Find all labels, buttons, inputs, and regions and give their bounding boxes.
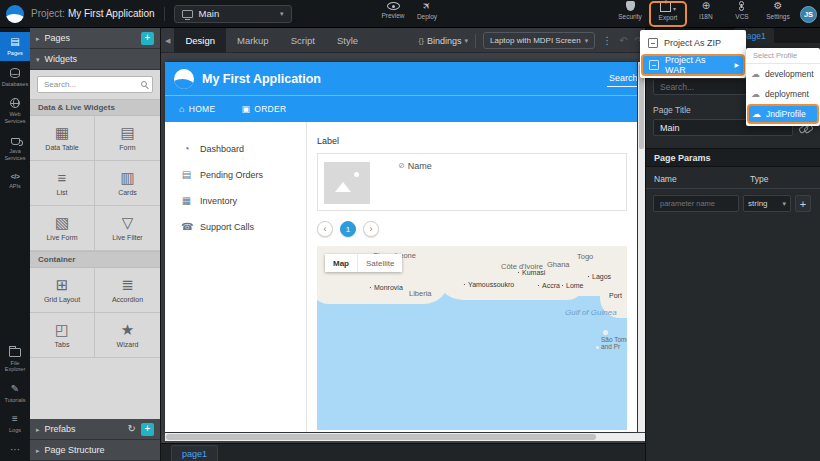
refresh-icon[interactable]: ↻: [128, 424, 136, 434]
device-dropdown[interactable]: Laptop with MDPI Screen ▾: [483, 32, 595, 49]
settings-button[interactable]: ⚙ Settings: [761, 1, 795, 27]
sidenav-dashboard[interactable]: ◔ Dashboard: [165, 136, 306, 162]
page-params-section-header[interactable]: Page Params: [646, 148, 820, 167]
rail-item-web-services[interactable]: Web Services: [0, 93, 30, 128]
chevron-down-icon: ▾: [280, 10, 284, 17]
widget-form[interactable]: ▤ Form: [95, 116, 160, 161]
security-label: Security: [618, 13, 641, 20]
app-logo-icon: [174, 69, 194, 89]
tab-style[interactable]: Style: [326, 28, 369, 53]
widget-cards[interactable]: ▥ Cards: [95, 161, 160, 206]
sidenav-support-calls[interactable]: ☎ Support Calls: [165, 214, 306, 240]
tab-design[interactable]: Design: [174, 28, 226, 53]
java-cup-icon: [11, 138, 20, 145]
widget-grid-data-live: ▦ Data Table ▤ Form ≡ List ▥ Cards ▧ Liv…: [30, 116, 160, 251]
tabs-icon: ◰: [55, 322, 69, 337]
scrollbar-thumb[interactable]: [166, 434, 596, 440]
wavemaker-logo-icon[interactable]: [6, 5, 24, 23]
pagination: ‹ 1 ›: [317, 221, 627, 237]
app-nav-order[interactable]: ▣ ORDER: [241, 104, 286, 114]
bindings-dropdown[interactable]: {} Bindings ▾: [419, 36, 468, 46]
widget-grid-layout[interactable]: ⊞ Grid Layout: [30, 268, 95, 313]
sidenav-inventory[interactable]: ▦ Inventory: [165, 188, 306, 214]
add-param-button[interactable]: +: [795, 195, 811, 212]
user-avatar[interactable]: JS: [800, 6, 817, 23]
widgets-panel-header[interactable]: ▾ Widgets: [30, 49, 160, 70]
rail-item-pages[interactable]: ▤ Pages: [0, 32, 30, 61]
widget-search-input[interactable]: [38, 80, 152, 89]
widget-search-box[interactable]: [37, 76, 153, 93]
accordion-icon: ≣: [121, 277, 134, 292]
tab-markup[interactable]: Markup: [226, 28, 280, 53]
topbar-left-actions: Preview ✈ Deploy: [376, 1, 444, 27]
design-area: ◀ Design Markup Script Style {} Bindings…: [161, 28, 645, 461]
pagination-prev-button[interactable]: ‹: [317, 221, 333, 237]
submenu-item-jndiprofile[interactable]: ☁ JndiProfile: [747, 104, 819, 124]
deploy-button[interactable]: ✈ Deploy: [410, 1, 444, 27]
menu-item-project-as-war[interactable]: Project As WAR ▶: [641, 54, 745, 76]
rail-item-tutorials[interactable]: ✎ Tutorials: [0, 379, 30, 408]
kebab-menu-icon[interactable]: ⋮: [602, 36, 612, 46]
page-tab-page1[interactable]: page1: [171, 445, 218, 461]
map-label-city: Accra: [537, 282, 560, 289]
app-nav-home[interactable]: ⌂ HOME: [179, 104, 215, 114]
widget-live-form[interactable]: ▧ Live Form: [30, 206, 95, 251]
collapse-left-panel-icon[interactable]: ◀: [161, 37, 174, 44]
add-page-button[interactable]: +: [141, 32, 154, 45]
map-label-water: Gulf of Guinea: [565, 308, 617, 317]
widget-data-table[interactable]: ▦ Data Table: [30, 116, 95, 161]
prefabs-panel-header[interactable]: ▸ Prefabs ↻ +: [30, 419, 160, 440]
image-placeholder: [324, 162, 370, 204]
menu-item-project-as-zip[interactable]: Project As ZIP: [640, 32, 746, 54]
preview-button[interactable]: Preview: [376, 1, 410, 27]
widget-wizard[interactable]: ★ Wizard: [95, 313, 160, 358]
rail-item-logs[interactable]: ≡ Logs: [0, 409, 30, 438]
chevron-down-icon: ▾: [464, 37, 468, 44]
add-prefab-button[interactable]: +: [141, 423, 154, 436]
widget-list[interactable]: ≡ List: [30, 161, 95, 206]
page-structure-header-label: Page Structure: [45, 445, 105, 455]
submenu-item-development[interactable]: ☁ development: [746, 64, 820, 84]
security-button[interactable]: Security: [613, 1, 647, 27]
pages-panel-header[interactable]: ▸ Pages +: [30, 28, 160, 49]
export-profile-submenu: Select Profile ☁ development ☁ deploymen…: [746, 48, 820, 126]
page-selector-dropdown[interactable]: Main ▾: [174, 5, 292, 23]
label-widget[interactable]: Label: [317, 136, 627, 146]
widget-tabs[interactable]: ◰ Tabs: [30, 313, 95, 358]
param-name-input[interactable]: [653, 195, 739, 212]
submenu-item-deployment[interactable]: ☁ deployment: [746, 84, 820, 104]
rail-more-button[interactable]: ···: [0, 440, 30, 459]
page-structure-panel-header[interactable]: ▸ Page Structure: [30, 440, 160, 461]
project-name: My First Application: [68, 8, 155, 19]
vcs-button[interactable]: VCS: [725, 1, 759, 27]
map-label-city: Lagos: [587, 273, 611, 280]
pagination-next-button[interactable]: ›: [363, 221, 379, 237]
map-type-map-button[interactable]: Map: [325, 254, 357, 272]
rail-item-apis[interactable]: </> APIs: [0, 168, 30, 194]
app-preview[interactable]: My First Application Search ⌂ HOME ▣ ORD…: [165, 62, 637, 432]
list-icon: ≡: [58, 170, 67, 185]
rail-spacer: [0, 195, 30, 340]
pagination-page-1[interactable]: 1: [340, 221, 356, 237]
export-icon: [660, 3, 671, 12]
vertical-scrollbar[interactable]: [638, 62, 645, 432]
chevron-down-icon: ▾: [673, 6, 676, 12]
cart-icon: ▣: [241, 105, 250, 114]
tab-script[interactable]: Script: [280, 28, 326, 53]
app-search-field[interactable]: Search: [607, 73, 637, 87]
map-type-satellite-button[interactable]: Satellite: [357, 254, 402, 272]
rail-item-file-explorer[interactable]: File Explorer: [0, 341, 30, 377]
rail-item-java-services[interactable]: Java Services: [0, 130, 30, 165]
widget-accordion[interactable]: ≣ Accordion: [95, 268, 160, 313]
i18n-button[interactable]: ⊕ i18N: [689, 1, 723, 27]
sidenav-pending-orders[interactable]: ▤ Pending Orders: [165, 162, 306, 188]
rail-item-databases[interactable]: Databases: [0, 63, 30, 92]
widget-live-filter[interactable]: ▽ Live Filter: [95, 206, 160, 251]
document-icon: ▤: [181, 170, 192, 180]
google-map[interactable]: Map Satellite Sierra Leone Monrovia Libe…: [317, 246, 627, 430]
param-type-select[interactable]: string ▾: [743, 195, 791, 212]
export-button[interactable]: ▾ Export: [649, 1, 687, 27]
horizontal-scrollbar[interactable]: [165, 433, 645, 441]
undo-icon[interactable]: ↶: [619, 36, 627, 46]
list-item-template[interactable]: ⊘ Name: [317, 153, 627, 211]
